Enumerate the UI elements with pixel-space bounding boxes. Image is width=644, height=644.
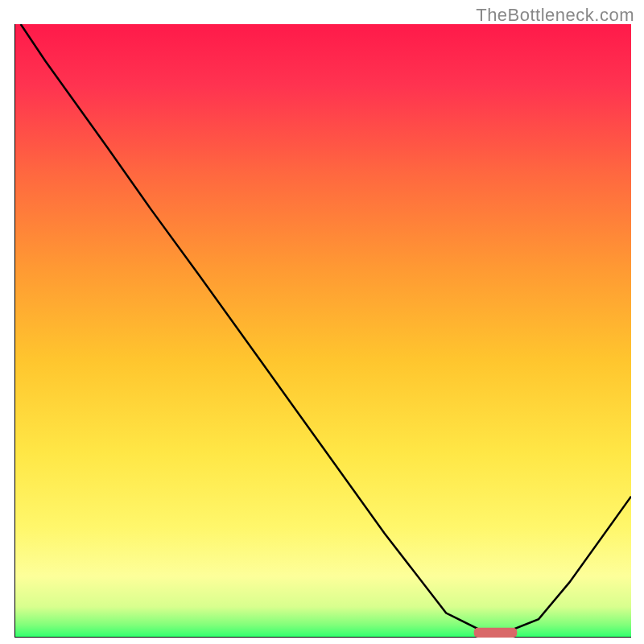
chart-svg: [14, 24, 631, 638]
plot-area: [14, 24, 631, 638]
optimum-marker: [474, 628, 518, 638]
gradient-background: [14, 24, 631, 638]
watermark-text: TheBottleneck.com: [476, 5, 634, 26]
chart-container: TheBottleneck.com: [0, 0, 644, 644]
